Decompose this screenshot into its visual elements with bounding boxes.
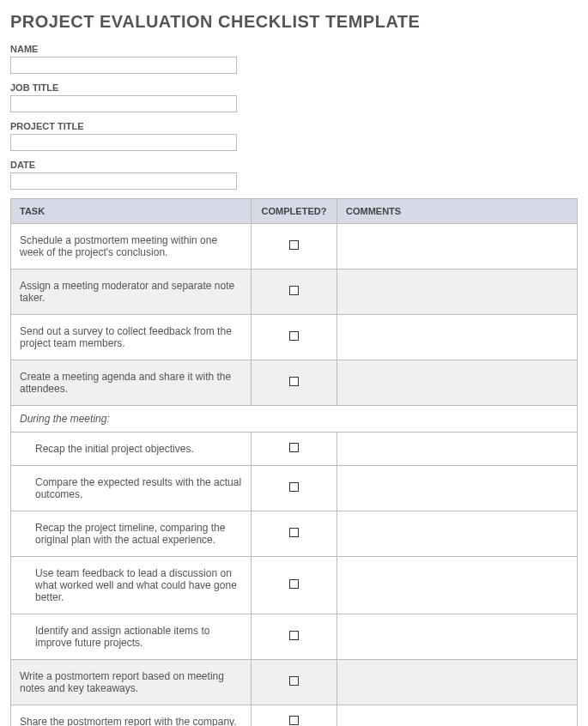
task-cell: Assign a meeting moderator and separate … <box>11 269 252 315</box>
comments-cell[interactable] <box>337 360 578 406</box>
checklist-table: TASK COMPLETED? COMMENTS Schedule a post… <box>10 198 578 726</box>
field-project-title-label: PROJECT TITLE <box>10 121 578 131</box>
section-heading: During the meeting: <box>11 406 578 433</box>
task-text: Recap the project timeline, comparing th… <box>20 522 242 546</box>
comments-cell[interactable] <box>337 224 578 269</box>
task-cell: Recap the initial project objectives. <box>11 433 252 466</box>
task-cell: Create a meeting agenda and share it wit… <box>11 360 252 406</box>
table-row: Send out a survey to collect feedback fr… <box>11 315 578 360</box>
task-text: Schedule a postmortem meeting within one… <box>20 234 217 258</box>
completed-cell <box>252 705 337 727</box>
table-row: Write a postmortem report based on meeti… <box>11 660 578 705</box>
task-text: Use team feedback to lead a discussion o… <box>20 567 242 603</box>
checkbox[interactable] <box>289 676 299 686</box>
field-date: DATE <box>10 160 578 190</box>
header-comments: COMMENTS <box>337 199 578 224</box>
comments-cell[interactable] <box>337 557 578 614</box>
comments-cell[interactable] <box>337 614 578 660</box>
table-row: During the meeting: <box>11 406 578 433</box>
page-title: PROJECT EVALUATION CHECKLIST TEMPLATE <box>10 12 578 32</box>
checkbox[interactable] <box>289 377 299 386</box>
task-cell: Send out a survey to collect feedback fr… <box>11 315 252 360</box>
task-text: Compare the expected results with the ac… <box>20 476 242 500</box>
task-text: Identify and assign actionable items to … <box>20 625 242 649</box>
comments-cell[interactable] <box>337 511 578 557</box>
project-title-input[interactable] <box>10 134 237 151</box>
task-cell: Share the postmortem report with the com… <box>11 705 252 727</box>
name-input[interactable] <box>10 57 237 74</box>
checkbox[interactable] <box>289 240 299 250</box>
comments-cell[interactable] <box>337 705 578 727</box>
task-text: Send out a survey to collect feedback fr… <box>20 325 232 349</box>
task-cell: Schedule a postmortem meeting within one… <box>11 224 252 269</box>
job-title-input[interactable] <box>10 95 237 112</box>
table-row: Assign a meeting moderator and separate … <box>11 269 578 315</box>
header-task: TASK <box>11 199 252 224</box>
completed-cell <box>252 269 337 315</box>
task-cell: Compare the expected results with the ac… <box>11 466 252 511</box>
completed-cell <box>252 557 337 614</box>
checkbox[interactable] <box>289 286 299 295</box>
table-row: Schedule a postmortem meeting within one… <box>11 224 578 269</box>
comments-cell[interactable] <box>337 466 578 511</box>
field-job-title: JOB TITLE <box>10 82 578 112</box>
task-cell: Identify and assign actionable items to … <box>11 614 252 660</box>
table-row: Create a meeting agenda and share it wit… <box>11 360 578 406</box>
table-row: Recap the initial project objectives. <box>11 433 578 466</box>
task-cell: Use team feedback to lead a discussion o… <box>11 557 252 614</box>
completed-cell <box>252 614 337 660</box>
checkbox[interactable] <box>289 528 299 537</box>
table-row: Use team feedback to lead a discussion o… <box>11 557 578 614</box>
field-name-label: NAME <box>10 44 578 54</box>
completed-cell <box>252 224 337 269</box>
checkbox[interactable] <box>289 482 299 492</box>
field-date-label: DATE <box>10 160 578 170</box>
table-row: Recap the project timeline, comparing th… <box>11 511 578 557</box>
table-row: Identify and assign actionable items to … <box>11 614 578 660</box>
table-row: Share the postmortem report with the com… <box>11 705 578 727</box>
completed-cell <box>252 360 337 406</box>
completed-cell <box>252 511 337 557</box>
completed-cell <box>252 433 337 466</box>
checkbox[interactable] <box>289 631 299 640</box>
task-text: Write a postmortem report based on meeti… <box>20 670 224 694</box>
completed-cell <box>252 660 337 705</box>
task-cell: Write a postmortem report based on meeti… <box>11 660 252 705</box>
comments-cell[interactable] <box>337 660 578 705</box>
comments-cell[interactable] <box>337 315 578 360</box>
task-text: Create a meeting agenda and share it wit… <box>20 371 231 395</box>
checkbox[interactable] <box>289 579 299 589</box>
task-text: Share the postmortem report with the com… <box>20 716 237 726</box>
table-row: Compare the expected results with the ac… <box>11 466 578 511</box>
comments-cell[interactable] <box>337 433 578 466</box>
task-text: Recap the initial project objectives. <box>20 443 242 455</box>
field-name: NAME <box>10 44 578 74</box>
field-project-title: PROJECT TITLE <box>10 121 578 151</box>
field-job-title-label: JOB TITLE <box>10 82 578 93</box>
checkbox[interactable] <box>289 443 299 452</box>
task-cell: Recap the project timeline, comparing th… <box>11 511 252 557</box>
completed-cell <box>252 466 337 511</box>
header-completed: COMPLETED? <box>252 199 337 224</box>
task-text: Assign a meeting moderator and separate … <box>20 280 234 304</box>
date-input[interactable] <box>10 172 237 190</box>
checkbox[interactable] <box>289 331 299 341</box>
checkbox[interactable] <box>289 716 299 725</box>
comments-cell[interactable] <box>337 269 578 315</box>
completed-cell <box>252 315 337 360</box>
